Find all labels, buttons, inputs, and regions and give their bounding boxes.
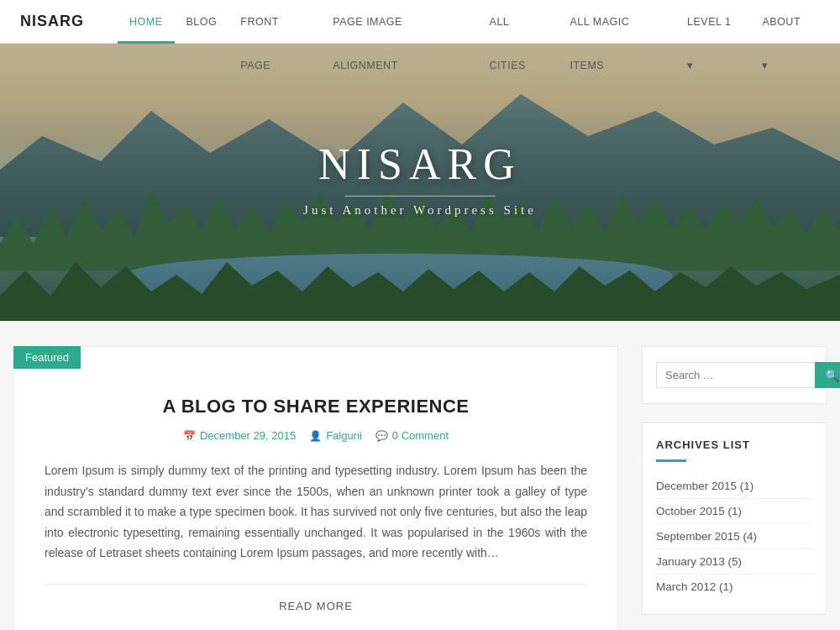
- archives-widget: ARCHIVES LIST December 2015 (1) October …: [642, 423, 827, 615]
- main-container: Featured A BLOG TO SHARE EXPERIENCE 📅 De…: [0, 346, 840, 630]
- search-button[interactable]: 🔍: [815, 362, 840, 388]
- nav-link-level1[interactable]: LEVEL 1 ▾: [675, 0, 750, 44]
- post-body: Lorem Ipsum is simply dummy text of the …: [45, 460, 587, 564]
- post-comments: 💬 0 Comment: [375, 429, 449, 442]
- read-more-link[interactable]: READ MORE: [279, 600, 353, 612]
- archive-item: December 2015 (1): [656, 474, 812, 499]
- archive-item: September 2015 (4): [656, 524, 812, 549]
- nav-menu: HOME BLOG FRONT PAGE PAGE IMAGE ALIGNMEN…: [118, 0, 820, 44]
- nav-item-about[interactable]: ABOUT ▾: [750, 0, 820, 44]
- site-brand[interactable]: NISARG: [20, 13, 84, 30]
- archive-link[interactable]: September 2015 (4): [656, 530, 757, 543]
- post-card: Featured A BLOG TO SHARE EXPERIENCE 📅 De…: [13, 346, 618, 630]
- nav-item-all-cities[interactable]: ALL CITIES: [478, 0, 559, 44]
- nav-link-all-cities[interactable]: ALL CITIES: [478, 0, 559, 44]
- hero-content: NISARG Just Another Wordpress Site: [303, 139, 537, 218]
- hero-section: NISARG Just Another Wordpress Site: [0, 44, 840, 321]
- featured-badge: Featured: [13, 346, 81, 369]
- post-meta: 📅 December 29, 2015 👤 Falguni 💬 0 Commen…: [45, 429, 587, 442]
- post-title: A BLOG TO SHARE EXPERIENCE: [45, 396, 587, 417]
- hero-title: NISARG: [303, 139, 537, 189]
- search-widget: 🔍: [642, 346, 827, 404]
- nav-item-page-image-alignment[interactable]: PAGE IMAGE ALIGNMENT: [321, 0, 477, 44]
- archive-link[interactable]: March 2012 (1): [656, 580, 733, 593]
- read-more-wrap: READ MORE: [45, 584, 587, 613]
- hero-subtitle: Just Another Wordpress Site: [303, 203, 537, 218]
- nav-item-frontpage[interactable]: FRONT PAGE: [228, 0, 321, 44]
- post-author: 👤 Falguni: [309, 429, 362, 442]
- archive-item: October 2015 (1): [656, 499, 812, 524]
- user-icon: 👤: [309, 430, 322, 442]
- nav-link-frontpage[interactable]: FRONT PAGE: [228, 0, 321, 44]
- nav-item-level1[interactable]: LEVEL 1 ▾: [675, 0, 750, 44]
- archive-list: December 2015 (1) October 2015 (1) Septe…: [656, 474, 812, 599]
- nav-link-all-magic-items[interactable]: ALL MAGIC ITEMS: [558, 0, 675, 44]
- sidebar: 🔍 ARCHIVES LIST December 2015 (1) Octobe…: [642, 346, 827, 630]
- calendar-icon: 📅: [183, 430, 196, 442]
- archives-title: ARCHIVES LIST: [656, 438, 812, 451]
- archive-link[interactable]: January 2013 (5): [656, 555, 742, 568]
- nav-link-blog[interactable]: BLOG: [175, 0, 229, 44]
- archive-link[interactable]: December 2015 (1): [656, 480, 753, 492]
- main-nav: NISARG HOME BLOG FRONT PAGE PAGE IMAGE A…: [0, 0, 840, 44]
- archive-link[interactable]: October 2015 (1): [656, 505, 742, 517]
- search-input[interactable]: [656, 362, 815, 388]
- nav-link-page-image-alignment[interactable]: PAGE IMAGE ALIGNMENT: [321, 0, 477, 44]
- archives-underline: [656, 459, 686, 462]
- nav-link-about[interactable]: ABOUT ▾: [750, 0, 820, 44]
- hero-divider: [344, 196, 496, 197]
- archive-item: January 2013 (5): [656, 549, 812, 575]
- comment-icon: 💬: [375, 430, 388, 442]
- archive-item: March 2012 (1): [656, 575, 812, 599]
- nav-item-home[interactable]: HOME: [118, 0, 175, 44]
- nav-item-all-magic-items[interactable]: ALL MAGIC ITEMS: [558, 0, 675, 44]
- nav-item-blog[interactable]: BLOG: [175, 0, 229, 44]
- content-area: Featured A BLOG TO SHARE EXPERIENCE 📅 De…: [13, 346, 618, 630]
- nav-link-home[interactable]: HOME: [118, 0, 175, 44]
- post-date: 📅 December 29, 2015: [183, 429, 296, 442]
